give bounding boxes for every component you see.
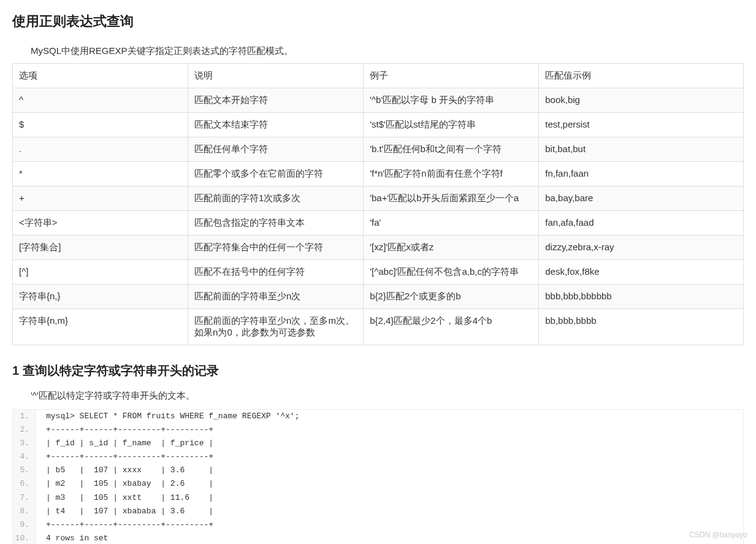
table-cell: 'fa' [364, 211, 539, 236]
code-line: 1.mysql> SELECT * FROM fruits WHERE f_na… [13, 410, 743, 423]
code-line: 9.+------+------+---------+---------+ [13, 518, 743, 532]
table-row: [字符集合]匹配字符集合中的任何一个字符'[xz]'匹配x或者zdizzy,ze… [13, 236, 744, 260]
code-block: 1.mysql> SELECT * FROM fruits WHERE f_na… [12, 409, 744, 544]
table-cell: '^b'匹配以字母 b 开头的字符串 [364, 88, 539, 113]
regexp-table: 选项 说明 例子 匹配值示例 ^匹配文本开始字符'^b'匹配以字母 b 开头的字… [12, 63, 744, 345]
line-number: 8. [13, 505, 36, 518]
code-text: mysql> SELECT * FROM fruits WHERE f_name… [36, 410, 299, 423]
table-row: 字符串{n,m}匹配前面的字符串至少n次，至多m次。如果n为0，此参数为可选参数… [13, 309, 744, 345]
line-number: 7. [13, 491, 36, 505]
table-cell: b{2,4}匹配最少2个，最多4个b [364, 309, 539, 345]
table-cell: '[^abc]'匹配任何不包含a,b,c的字符串 [364, 260, 539, 285]
table-row: 字符串{n,}匹配前面的字符串至少n次b{2}匹配2个或更多的bbbb,bbb,… [13, 285, 744, 309]
watermark: CSDN @banyoyo [689, 531, 747, 539]
table-cell: <字符串> [13, 211, 188, 236]
code-text: | t4 | 107 | xbababa | 3.6 | [36, 505, 213, 518]
code-text: | m3 | 105 | xxtt | 11.6 | [36, 491, 213, 505]
table-cell: 'f*n'匹配字符n前面有任意个字符f [364, 162, 539, 186]
table-row: +匹配前面的字符1次或多次'ba+'匹配以b开头后面紧跟至少一个aba,bay,… [13, 186, 744, 211]
line-number: 5. [13, 464, 36, 477]
th-example: 例子 [364, 64, 539, 88]
code-text: | f_id | s_id | f_name | f_price | [36, 437, 213, 450]
intro-text: MySQL中使用REGEXP关键字指定正则表达式的字符匹配模式。 [31, 45, 744, 57]
th-option: 选项 [13, 64, 188, 88]
table-header-row: 选项 说明 例子 匹配值示例 [13, 64, 744, 88]
th-match: 匹配值示例 [539, 64, 744, 88]
code-line: 6.| m2 | 105 | xbabay | 2.6 | [13, 477, 743, 491]
table-row: $匹配文本结束字符'st$'匹配以st结尾的字符串test,persist [13, 113, 744, 137]
th-desc: 说明 [188, 64, 364, 88]
table-cell: 'st$'匹配以st结尾的字符串 [364, 113, 539, 137]
table-cell: 匹配不在括号中的任何字符 [188, 260, 364, 285]
line-number: 6. [13, 477, 36, 491]
code-line: 10.4 rows in set [13, 532, 743, 544]
table-cell: bit,bat,but [539, 137, 744, 162]
table-cell: 匹配零个或多个在它前面的字符 [188, 162, 364, 186]
table-row: [^]匹配不在括号中的任何字符'[^abc]'匹配任何不包含a,b,c的字符串d… [13, 260, 744, 285]
table-cell: . [13, 137, 188, 162]
table-cell: 匹配文本开始字符 [188, 88, 364, 113]
code-line: 3.| f_id | s_id | f_name | f_price | [13, 437, 743, 450]
code-text: +------+------+---------+---------+ [36, 450, 213, 464]
table-cell: dizzy,zebra,x-ray [539, 236, 744, 260]
code-text: 4 rows in set [36, 532, 108, 544]
line-number: 3. [13, 437, 36, 450]
table-cell: 匹配字符集合中的任何一个字符 [188, 236, 364, 260]
table-cell: bb,bbb,bbbb [539, 309, 744, 345]
table-cell: '[xz]'匹配x或者z [364, 236, 539, 260]
section1-heading: 1 查询以特定字符或字符串开头的记录 [12, 362, 744, 379]
table-row: .匹配任何单个字符'b.t'匹配任何b和t之间有一个字符bit,bat,but [13, 137, 744, 162]
line-number: 4. [13, 450, 36, 464]
code-text: +------+------+---------+---------+ [36, 423, 213, 437]
code-line: 7.| m3 | 105 | xxtt | 11.6 | [13, 491, 743, 505]
table-row: *匹配零个或多个在它前面的字符'f*n'匹配字符n前面有任意个字符ffn,fan… [13, 162, 744, 186]
table-cell: 字符串{n,m} [13, 309, 188, 345]
table-cell: b{2}匹配2个或更多的b [364, 285, 539, 309]
code-text: +------+------+---------+---------+ [36, 518, 213, 532]
page-title: 使用正则表达式查询 [12, 12, 744, 31]
table-cell: 字符串{n,} [13, 285, 188, 309]
table-cell: [字符集合] [13, 236, 188, 260]
table-cell: 匹配任何单个字符 [188, 137, 364, 162]
line-number: 2. [13, 423, 36, 437]
table-cell: * [13, 162, 188, 186]
table-cell: [^] [13, 260, 188, 285]
table-cell: ba,bay,bare [539, 186, 744, 211]
table-cell: desk,fox,f8ke [539, 260, 744, 285]
table-cell: 'ba+'匹配以b开头后面紧跟至少一个a [364, 186, 539, 211]
table-cell: 匹配文本结束字符 [188, 113, 364, 137]
table-cell: 匹配包含指定的字符串文本 [188, 211, 364, 236]
table-cell: book,big [539, 88, 744, 113]
line-number: 9. [13, 518, 36, 532]
table-cell: ^ [13, 88, 188, 113]
table-cell: test,persist [539, 113, 744, 137]
code-line: 8.| t4 | 107 | xbababa | 3.6 | [13, 505, 743, 518]
code-line: 4.+------+------+---------+---------+ [13, 450, 743, 464]
table-cell: fan,afa,faad [539, 211, 744, 236]
table-row: <字符串>匹配包含指定的字符串文本'fa'fan,afa,faad [13, 211, 744, 236]
table-cell: 匹配前面的字符1次或多次 [188, 186, 364, 211]
table-cell: 匹配前面的字符串至少n次 [188, 285, 364, 309]
code-line: 5.| b5 | 107 | xxxx | 3.6 | [13, 464, 743, 477]
code-line: 2.+------+------+---------+---------+ [13, 423, 743, 437]
table-row: ^匹配文本开始字符'^b'匹配以字母 b 开头的字符串book,big [13, 88, 744, 113]
section1-intro: '^'匹配以特定字符或字符串开头的文本。 [31, 390, 744, 402]
table-cell: 匹配前面的字符串至少n次，至多m次。如果n为0，此参数为可选参数 [188, 309, 364, 345]
table-cell: bbb,bbb,bbbbbb [539, 285, 744, 309]
line-number: 1. [13, 410, 36, 423]
code-text: | b5 | 107 | xxxx | 3.6 | [36, 464, 213, 477]
table-cell: 'b.t'匹配任何b和t之间有一个字符 [364, 137, 539, 162]
table-cell: $ [13, 113, 188, 137]
table-cell: + [13, 186, 188, 211]
line-number: 10. [13, 532, 36, 544]
table-cell: fn,fan,faan [539, 162, 744, 186]
code-text: | m2 | 105 | xbabay | 2.6 | [36, 477, 213, 491]
